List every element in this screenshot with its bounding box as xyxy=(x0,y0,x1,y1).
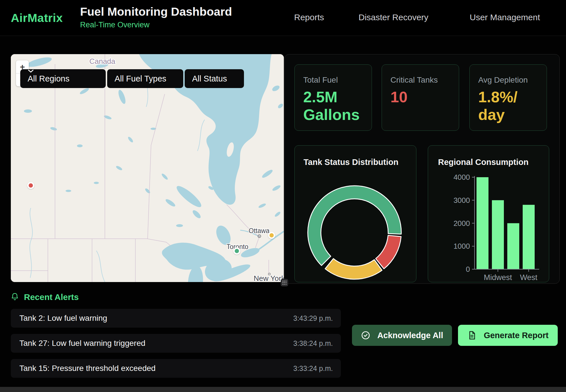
tank-status-chart-card: Tank Status Distribution xyxy=(294,145,416,282)
fuel-type-filter-label: All Fuel Types xyxy=(115,74,166,83)
check-circle-icon xyxy=(361,330,370,340)
stat-value: 10 xyxy=(390,88,451,106)
nav-item-user-management[interactable]: User Management xyxy=(470,13,540,22)
document-icon xyxy=(467,330,477,340)
chevron-down-icon xyxy=(28,69,34,73)
alert-time: 3:33:24 p.m. xyxy=(293,364,333,373)
alert-row: Tank 15: Pressure threshold exceeded 3:3… xyxy=(11,359,341,378)
stat-card-avg-depletion: Avg Depletion 1.8%/ day xyxy=(469,64,547,131)
page-title: Fuel Monitoring Dashboard xyxy=(80,5,232,19)
svg-text:3000: 3000 xyxy=(453,196,470,205)
map-label-canada: Canada xyxy=(89,57,115,66)
generate-report-label: Generate Report xyxy=(484,331,548,340)
stat-card-total-fuel: Total Fuel 2.5M Gallons xyxy=(294,64,372,131)
bell-icon xyxy=(11,292,19,301)
bottom-scrollbar[interactable] xyxy=(0,387,566,392)
nav-item-reports[interactable]: Reports xyxy=(294,13,324,22)
acknowledge-all-button[interactable]: Acknowledge All xyxy=(352,325,452,346)
svg-text:1000: 1000 xyxy=(453,242,470,250)
chart-title: Tank Status Distribution xyxy=(304,158,398,167)
region-filter-label: All Regions xyxy=(28,74,70,83)
header: AirMatrix Fuel Monitoring Dashboard Real… xyxy=(0,0,566,36)
tank-marker-warning[interactable] xyxy=(268,232,275,239)
svg-text:4000: 4000 xyxy=(453,173,470,181)
stat-value: 2.5M Gallons xyxy=(303,88,364,123)
tank-marker-critical[interactable] xyxy=(27,182,34,189)
stat-value: 1.8%/ day xyxy=(478,88,539,123)
alert-time: 3:38:24 p.m. xyxy=(293,339,333,348)
map-art: Canada Ottawa Toronto New York xyxy=(11,54,284,282)
chart-title: Regional Consumption xyxy=(438,158,528,167)
svg-text:West: West xyxy=(520,273,538,282)
dashboard: AirMatrix Fuel Monitoring Dashboard Real… xyxy=(0,0,566,392)
page-subtitle: Real-Time Overview xyxy=(80,21,150,29)
map-filter-bar: All Regions All Fuel Types All Status xyxy=(20,69,244,88)
alert-time: 3:43:29 p.m. xyxy=(293,314,333,322)
map-label-ottawa: Ottawa xyxy=(249,227,270,234)
regional-consumption-chart-card: Regional Consumption 01000200030004000Mi… xyxy=(428,145,549,282)
status-filter-dropdown[interactable]: All Status xyxy=(185,69,244,88)
stat-label: Avg Depletion xyxy=(478,75,539,85)
fuel-type-filter-dropdown[interactable]: All Fuel Types xyxy=(107,69,183,88)
alert-text: Tank 2: Low fuel warning xyxy=(19,314,107,323)
map-resize-handle[interactable] xyxy=(281,279,288,286)
status-filter-label: All Status xyxy=(192,74,227,83)
acknowledge-all-label: Acknowledge All xyxy=(377,331,443,340)
metrics-panel: Total Fuel 2.5M Gallons Critical Tanks 1… xyxy=(284,54,560,284)
alert-row: Tank 27: Low fuel warning triggered 3:38… xyxy=(11,334,341,353)
nav-item-disaster-recovery[interactable]: Disaster Recovery xyxy=(359,13,428,22)
svg-text:0: 0 xyxy=(466,265,470,273)
map-canvas[interactable]: Canada Ottawa Toronto New York + − All R… xyxy=(11,54,284,282)
stat-label: Total Fuel xyxy=(303,75,364,85)
alert-text: Tank 27: Low fuel warning triggered xyxy=(19,339,145,348)
stat-card-critical-tanks: Critical Tanks 10 xyxy=(382,64,459,131)
svg-text:2000: 2000 xyxy=(453,219,470,228)
map-panel: Canada Ottawa Toronto New York + − All R… xyxy=(11,54,284,282)
alert-text: Tank 15: Pressure threshold exceeded xyxy=(19,364,156,373)
map-label-new-york: New York xyxy=(254,274,284,282)
app-logo: AirMatrix xyxy=(11,11,63,25)
tank-marker-normal[interactable] xyxy=(233,248,241,255)
alerts-section-title: Recent Alerts xyxy=(24,292,79,302)
svg-text:Midwest: Midwest xyxy=(484,273,512,282)
stat-label: Critical Tanks xyxy=(390,75,451,85)
generate-report-button[interactable]: Generate Report xyxy=(458,325,558,346)
alert-row: Tank 2: Low fuel warning 3:43:29 p.m. xyxy=(11,309,341,328)
